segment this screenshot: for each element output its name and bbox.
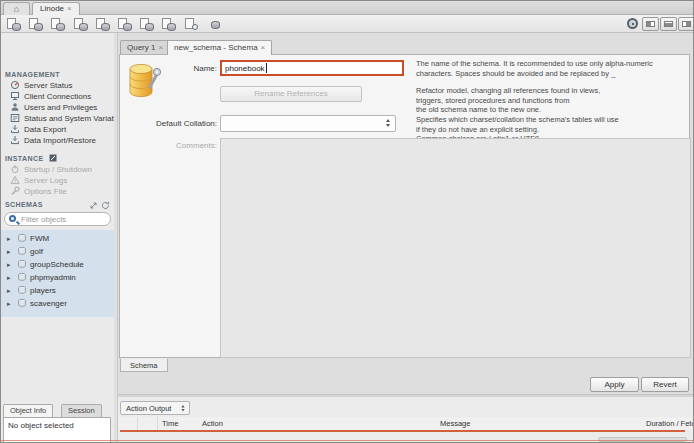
output-col-action: Action <box>202 419 223 428</box>
create-schema-icon[interactable] <box>73 17 89 31</box>
schema-filter-input[interactable] <box>21 214 107 225</box>
apply-button[interactable]: Apply <box>590 377 639 392</box>
connection-tab-linode[interactable]: Linode× <box>32 2 80 15</box>
new-query-tab-icon[interactable] <box>6 17 22 31</box>
expander-arrow-icon[interactable]: ▸ <box>7 258 11 271</box>
toggle-output-area-icon[interactable] <box>660 17 677 31</box>
output-col-message: Message <box>440 419 470 428</box>
object-info-text: No object selected <box>8 421 74 430</box>
home-tab[interactable]: ⌂ <box>3 2 30 15</box>
expander-arrow-icon[interactable]: ▸ <box>7 284 11 297</box>
chevron-up-down-icon <box>384 119 392 129</box>
output-col-time: Time <box>162 419 178 428</box>
create-table-icon[interactable] <box>95 17 111 31</box>
new-model-icon[interactable] <box>50 17 66 31</box>
schema-item-golf[interactable]: ▸ golf <box>1 245 114 258</box>
output-col-index <box>138 417 158 430</box>
toggle-secondary-sidebar-icon[interactable] <box>678 17 694 31</box>
default-collation-label: Default Collation: <box>120 119 217 128</box>
sidebar-item-startup-shutdown[interactable]: Startup / Shutdown <box>1 164 114 175</box>
sidebar-item-server-logs[interactable]: Server Logs <box>1 175 114 186</box>
schema-name-input[interactable] <box>220 60 404 76</box>
client-connections-icon <box>10 91 20 101</box>
users-privileges-icon <box>10 102 20 112</box>
expander-arrow-icon[interactable]: ▸ <box>7 232 11 245</box>
close-icon[interactable]: × <box>67 4 72 13</box>
sidebar-item-data-import[interactable]: Data Import/Restore <box>1 135 114 146</box>
instance-actions-icon[interactable] <box>49 154 57 162</box>
schema-item-fwm[interactable]: ▸ FWM <box>1 232 114 245</box>
sidebar-item-users-privileges[interactable]: Users and Privileges <box>1 102 114 113</box>
editor-area: Query 1× new_schema - Schema× <box>118 33 693 442</box>
expand-schemas-icon[interactable] <box>89 201 98 210</box>
action-output-panel: Action Output Time Action Message Durati… <box>118 397 693 442</box>
tab-object-info[interactable]: Object Info <box>3 404 53 417</box>
management-section-title: MANAGEMENT <box>5 71 60 78</box>
create-view-icon[interactable] <box>117 17 133 31</box>
comments-label: Comments: <box>120 141 217 150</box>
sidebar-item-options-file[interactable]: Options File <box>1 186 114 197</box>
rename-references-button[interactable]: Rename References <box>220 86 362 102</box>
expander-arrow-icon[interactable]: ▸ <box>7 245 11 258</box>
schema-db-icon <box>17 272 27 282</box>
data-export-icon <box>10 124 20 134</box>
output-table-header: Time Action Message Duration / Fetch <box>118 417 693 430</box>
close-icon[interactable]: × <box>158 43 163 52</box>
schema-item-scavenger[interactable]: ▸ scavenger <box>1 297 114 310</box>
toggle-left-sidebar-icon[interactable] <box>642 17 659 31</box>
schema-db-icon <box>17 259 27 269</box>
refresh-schemas-icon[interactable] <box>101 201 110 210</box>
drop-indicator-line <box>120 430 685 432</box>
sidebar-item-data-export[interactable]: Data Export <box>1 124 114 135</box>
tab-query-1[interactable]: Query 1× <box>120 40 170 54</box>
schema-item-players[interactable]: ▸ players <box>1 284 114 297</box>
instance-section-title: INSTANCE <box>5 154 57 162</box>
sidebar-item-system-variables[interactable]: Status and System Variables <box>1 113 114 124</box>
sidebar-item-server-status[interactable]: Server Status <box>1 80 114 91</box>
open-sql-script-icon[interactable] <box>28 17 44 31</box>
system-variables-icon <box>10 113 20 123</box>
text-caret <box>266 63 267 73</box>
create-procedure-icon[interactable] <box>139 17 155 31</box>
expander-arrow-icon[interactable]: ▸ <box>7 271 11 284</box>
dashboard-icon[interactable] <box>627 18 638 29</box>
options-file-icon <box>10 186 20 196</box>
startup-shutdown-icon <box>10 164 20 174</box>
sidebar-item-client-connections[interactable]: Client Connections <box>1 91 114 102</box>
schema-filter-box <box>4 212 111 226</box>
output-col-status <box>118 417 138 430</box>
tab-new-schema[interactable]: new_schema - Schema× <box>167 40 272 55</box>
expander-arrow-icon[interactable]: ▸ <box>7 297 11 310</box>
data-import-icon <box>10 135 20 145</box>
tab-session[interactable]: Session <box>61 404 102 417</box>
create-function-icon[interactable] <box>161 17 177 31</box>
connection-tab-label: Linode <box>40 4 64 13</box>
schema-db-icon <box>17 285 27 295</box>
revert-button[interactable]: Revert <box>641 377 689 392</box>
schema-db-icon <box>17 233 27 243</box>
schema-item-phpmyadmin[interactable]: ▸ phpmyadmin <box>1 271 114 284</box>
default-collation-select[interactable] <box>220 115 396 132</box>
main-toolbar <box>1 15 693 33</box>
server-logs-icon <box>10 175 20 185</box>
name-label: Name: <box>120 64 217 73</box>
schema-db-icon <box>17 246 27 256</box>
schema-item-groupschedule[interactable]: ▸ groupSchedule <box>1 258 114 271</box>
mysql-workbench-window: ⌂ Linode× MANAGEMENT Server Status Clien… <box>0 0 694 443</box>
chevron-up-down-icon <box>180 405 186 413</box>
schemas-section-title: SCHEMAS <box>5 201 43 208</box>
name-help-text: The name of the schema. It is recommende… <box>416 59 692 78</box>
search-icon <box>9 215 16 222</box>
refactor-help-text: Refactor model, changing all references … <box>416 86 692 115</box>
search-table-data-icon[interactable] <box>184 17 200 31</box>
output-selector[interactable]: Action Output <box>120 401 190 415</box>
close-icon[interactable]: × <box>261 43 266 52</box>
schema-editor-panel: Name: The name of the schema. It is reco… <box>119 54 690 358</box>
server-status-icon <box>10 80 20 90</box>
tab-schema-bottom[interactable]: Schema <box>120 358 168 372</box>
comments-textarea[interactable] <box>220 138 691 358</box>
reconnect-dbms-icon[interactable] <box>207 17 223 31</box>
window-bottom-drop-line <box>1 440 693 441</box>
schema-db-icon <box>17 298 27 308</box>
navigator-sidebar: MANAGEMENT Server Status Client Connecti… <box>1 33 114 442</box>
